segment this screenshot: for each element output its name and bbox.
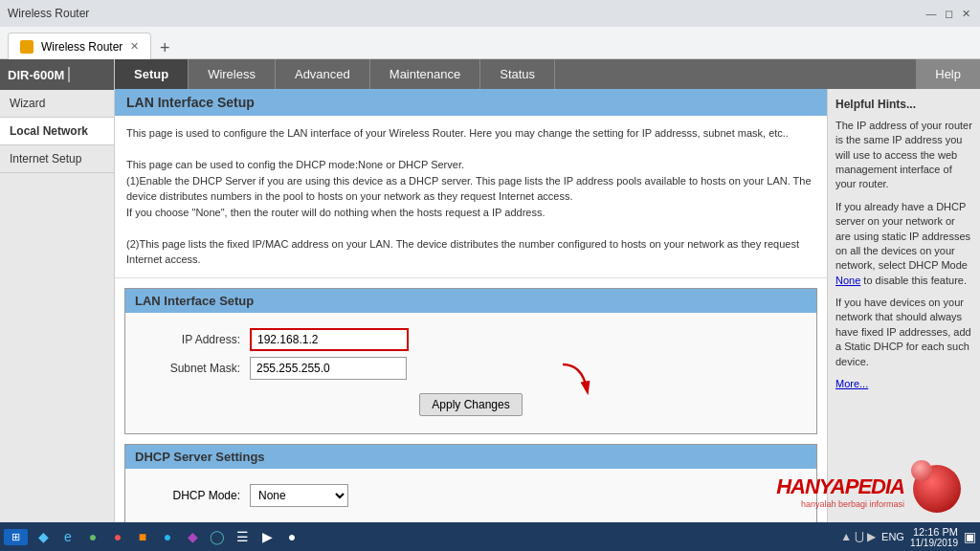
page-description: This page is used to configure the LAN i… xyxy=(115,116,827,278)
taskbar-icon-8[interactable]: ▶ xyxy=(256,525,278,548)
lan-setup-body: IP Address: Subnet Mask: xyxy=(125,313,816,433)
lang-indicator: ENG xyxy=(881,531,904,542)
taskbar-icon-7[interactable]: ☰ xyxy=(231,525,254,548)
sidebar-item-local-network[interactable]: Local Network xyxy=(0,118,114,145)
desc-line2: This page can be used to config the DHCP… xyxy=(126,157,815,173)
watermark-sub: hanyalah berbagi informasi xyxy=(776,499,904,509)
taskbar-icon-chrome[interactable]: ◯ xyxy=(206,525,229,548)
taskbar-icon-3[interactable]: ● xyxy=(106,525,129,548)
subnet-mask-label: Subnet Mask: xyxy=(135,362,250,375)
clock: 12:16 PM 11/19/2019 xyxy=(910,526,958,548)
taskbar-right: ▲ ⋃ ▶ ENG 12:16 PM 11/19/2019 ▣ xyxy=(840,526,976,548)
help-text2: If you already have a DHCP server on you… xyxy=(835,200,972,288)
tab-wireless[interactable]: Wireless xyxy=(189,59,276,89)
taskbar-icons: ◆ e ● ● ■ ● ◆ ◯ ☰ ▶ ● xyxy=(32,525,303,548)
red-arrow-indicator xyxy=(558,360,596,401)
taskbar-icon-2[interactable]: ● xyxy=(81,525,104,548)
browser-chrome: Wireless Router ― ◻ ✕ Wireless Router ✕ … xyxy=(0,0,980,59)
tab-favicon xyxy=(20,40,33,54)
taskbar: ⊞ ◆ e ● ● ■ ● ◆ ◯ ☰ ▶ ● ▲ ⋃ ▶ ENG 12:16 … xyxy=(0,522,980,551)
sidebar-item-internet-setup[interactable]: Internet Setup xyxy=(0,145,114,173)
watermark: HANYAPEDIA hanyalah berbagi informasi xyxy=(776,465,961,518)
dhcp-mode-row: DHCP Mode: None DHCP Server xyxy=(135,484,807,507)
lan-apply-row: Apply Changes xyxy=(135,386,807,424)
clock-date: 11/19/2019 xyxy=(910,538,958,548)
desc-line4: If you choose "None", then the router wi… xyxy=(126,205,815,221)
dhcp-settings-body: DHCP Mode: None DHCP Server xyxy=(125,469,816,522)
sys-icons: ▲ ⋃ ▶ xyxy=(840,530,876,543)
help-text4: If you have devices on your network that… xyxy=(835,296,972,369)
notification-icon[interactable]: ▣ xyxy=(964,529,976,544)
start-button[interactable]: ⊞ xyxy=(4,529,28,545)
taskbar-icon-1[interactable]: ◆ xyxy=(32,525,55,548)
router-brand: DIR-600M xyxy=(0,59,114,90)
window-controls[interactable]: ― ◻ ✕ xyxy=(924,7,972,20)
taskbar-icon-6[interactable]: ◆ xyxy=(181,525,204,548)
dhcp-settings-header: DHCP Server Settings xyxy=(125,445,816,469)
sidebar-item-wizard[interactable]: Wizard xyxy=(0,90,114,118)
tab-help[interactable]: Help xyxy=(916,59,980,89)
tab-title: Wireless Router xyxy=(41,40,122,54)
ip-address-row: IP Address: xyxy=(135,328,807,351)
tab-maintenance[interactable]: Maintenance xyxy=(370,59,480,89)
browser-title: Wireless Router xyxy=(8,7,89,20)
tab-advanced[interactable]: Advanced xyxy=(276,59,370,89)
desc-line3: (1)Enable the DHCP Server if you are usi… xyxy=(126,173,815,205)
new-tab-button[interactable]: + xyxy=(153,36,176,59)
brand-name: DIR-600M xyxy=(8,68,64,82)
help-none-link[interactable]: None xyxy=(835,275,860,286)
watermark-brand: HANYAPEDIA xyxy=(776,474,904,499)
brand-divider xyxy=(68,67,70,82)
desc-line1: This page is used to configure the LAN i… xyxy=(126,125,815,142)
sidebar-menu: Wizard Local Network Internet Setup xyxy=(0,90,114,173)
ip-address-input[interactable] xyxy=(250,328,409,351)
tab-setup[interactable]: Setup xyxy=(115,59,189,89)
lan-setup-header: LAN Interface Setup xyxy=(125,289,816,313)
watermark-ball xyxy=(908,465,961,518)
minimize-button[interactable]: ― xyxy=(924,7,938,20)
help-text1: The IP address of your router is the sam… xyxy=(835,119,972,192)
lan-setup-section: LAN Interface Setup IP Address: Subnet M… xyxy=(124,288,817,434)
title-bar: Wireless Router ― ◻ ✕ xyxy=(0,0,980,27)
sidebar: DIR-600M Wizard Local Network Internet S… xyxy=(0,59,115,551)
help-more-link[interactable]: More... xyxy=(835,378,868,389)
dhcp-mode-label: DHCP Mode: xyxy=(135,489,250,502)
tab-close-button[interactable]: ✕ xyxy=(130,40,139,53)
help-title: Helpful Hints... xyxy=(835,97,972,113)
maximize-button[interactable]: ◻ xyxy=(942,7,955,20)
browser-tab[interactable]: Wireless Router ✕ xyxy=(8,33,151,59)
ip-address-label: IP Address: xyxy=(135,333,250,346)
main-content: LAN Interface Setup This page is used to… xyxy=(115,89,827,551)
lan-apply-button[interactable]: Apply Changes xyxy=(419,393,522,416)
wifi-icon: ⋃ xyxy=(855,530,864,543)
subnet-mask-input[interactable] xyxy=(250,357,407,380)
tab-status[interactable]: Status xyxy=(480,59,555,89)
volume-icon: ▶ xyxy=(867,530,876,543)
dhcp-mode-select[interactable]: None DHCP Server xyxy=(250,484,348,507)
close-button[interactable]: ✕ xyxy=(959,7,972,20)
battery-icon: ▲ xyxy=(840,530,852,543)
taskbar-icon-9[interactable]: ● xyxy=(280,525,303,548)
taskbar-icon-4[interactable]: ■ xyxy=(131,525,154,548)
clock-time: 12:16 PM xyxy=(910,526,958,538)
nav-tabs: Setup Wireless Advanced Maintenance Stat… xyxy=(115,59,980,89)
tab-bar: Wireless Router ✕ + xyxy=(0,27,980,59)
page-title: LAN Interface Setup xyxy=(115,89,827,116)
desc-line5: (2)This page lists the fixed IP/MAC addr… xyxy=(126,236,815,268)
taskbar-icon-edge[interactable]: e xyxy=(56,525,79,548)
taskbar-icon-5[interactable]: ● xyxy=(156,525,179,548)
subnet-mask-row: Subnet Mask: xyxy=(135,357,807,380)
